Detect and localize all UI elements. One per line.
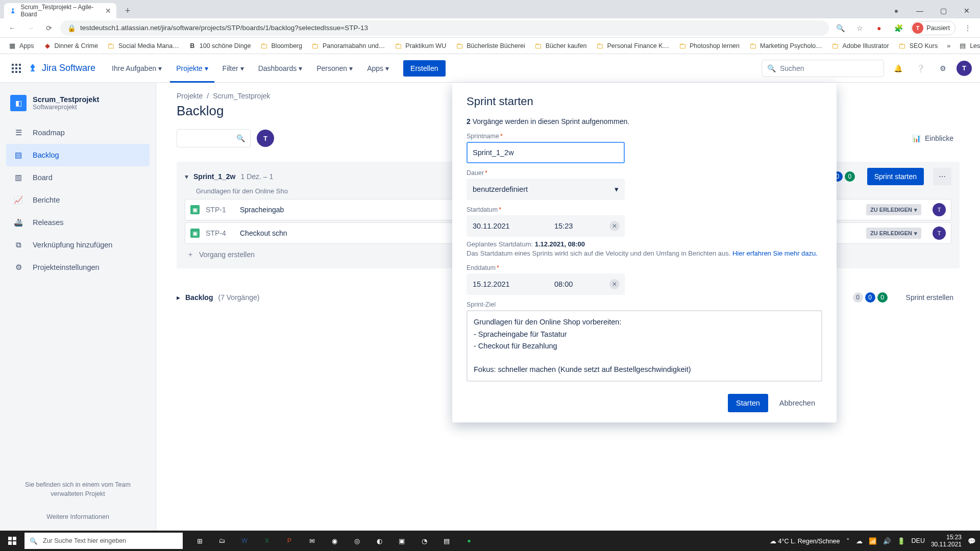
end-date-field[interactable]: ✕ (467, 273, 625, 295)
sidebar-board[interactable]: ▥Board (6, 166, 150, 189)
end-date-input[interactable] (467, 280, 548, 288)
end-time-input[interactable] (548, 280, 599, 288)
bookmark-item[interactable]: 🗀SEO Kurs (895, 42, 941, 50)
more-info-link[interactable]: Weitere Informationen (12, 513, 143, 520)
url-field[interactable]: 🔒 testdeutsch1.atlassian.net/jira/softwa… (60, 20, 829, 36)
app-icon[interactable]: ▣ (391, 531, 412, 551)
start-time-input[interactable] (548, 222, 599, 230)
expand-icon[interactable]: ▸ (177, 293, 180, 302)
bookmark-item[interactable]: 🗀Bloomberg (257, 42, 305, 50)
window-maximize[interactable]: ▢ (932, 3, 954, 18)
sidebar-roadmap[interactable]: ☰Roadmap (6, 121, 150, 144)
new-tab-button[interactable]: + (120, 6, 135, 16)
notepad-icon[interactable]: ▤ (436, 531, 457, 551)
nav-apps[interactable]: Apps▾ (361, 54, 395, 83)
modal-cancel-button[interactable]: Abbrechen (772, 394, 822, 412)
battery-icon[interactable]: 🔋 (897, 537, 905, 545)
global-search[interactable]: 🔍 Suchen (762, 60, 884, 77)
tab-close-icon[interactable]: ✕ (105, 7, 111, 15)
bookmark-item[interactable]: 🗀Marketing Psycholo… (746, 42, 825, 50)
bookmark-item[interactable]: 🗀Photoshop lernen (675, 42, 743, 50)
sidebar-add-link[interactable]: ⧉Verknüpfung hinzufügen (6, 234, 150, 256)
learn-more-link[interactable]: Hier erfahren Sie mehr dazu. (732, 249, 818, 257)
edge-icon[interactable]: ◔ (413, 531, 435, 551)
nav-people[interactable]: Personen▾ (310, 54, 359, 83)
clear-date-icon[interactable]: ✕ (609, 279, 620, 289)
status-pill[interactable]: ZU ERLEDIGEN▾ (866, 204, 921, 215)
jira-logo[interactable]: Jira Software (27, 62, 95, 74)
status-pill[interactable]: ZU ERLEDIGEN▾ (866, 228, 921, 239)
bookmark-item[interactable]: 🗀Bücher kaufen (531, 42, 590, 50)
bookmark-item[interactable]: 🗀Personal Finance K… (593, 42, 672, 50)
window-close[interactable]: ✕ (955, 3, 978, 18)
clear-date-icon[interactable]: ✕ (609, 221, 620, 231)
sprint-goal-textarea[interactable]: Grundlagen für den Online Shop vorbereit… (467, 310, 822, 382)
onedrive-icon[interactable]: ☁ (856, 537, 863, 545)
modal-start-button[interactable]: Starten (728, 394, 768, 412)
zoom-icon[interactable]: 🔍 (833, 21, 847, 35)
spotify-icon[interactable]: ● (458, 531, 480, 551)
start-date-field[interactable]: ✕ (467, 215, 625, 237)
bookmark-item[interactable]: 🗀Bücherliste Bücherei (452, 42, 528, 50)
bookmark-apps[interactable]: ▦Apps (5, 42, 37, 50)
action-center-icon[interactable]: 💬 (968, 537, 976, 545)
bookmark-star-icon[interactable]: ☆ (852, 21, 867, 35)
duration-select[interactable]: benutzerdefiniert ▾ (467, 179, 625, 200)
chrome-icon[interactable]: ◉ (324, 531, 345, 551)
sidebar-releases[interactable]: 🚢Releases (6, 211, 150, 234)
start-date-input[interactable] (467, 222, 548, 230)
bookmark-item[interactable]: B100 schöne Dinge (185, 42, 254, 50)
weather-widget[interactable]: ☁ 4°C L. Regen/Schnee (770, 537, 840, 545)
app-icon[interactable]: ◐ (369, 531, 390, 551)
settings-gear-icon[interactable]: ⚙ (934, 60, 951, 77)
task-view-icon[interactable]: ⊞ (189, 531, 210, 551)
nav-dashboards[interactable]: Dashboards▾ (252, 54, 309, 83)
account-dot-icon[interactable]: ● (885, 3, 908, 18)
bookmark-overflow[interactable]: » (944, 42, 953, 49)
obs-icon[interactable]: ◎ (346, 531, 368, 551)
window-minimize[interactable]: — (909, 3, 931, 18)
bookmark-item[interactable]: 🗀Praktikum WU (391, 42, 449, 50)
wifi-icon[interactable]: 📶 (869, 537, 877, 545)
volume-icon[interactable]: 🔊 (883, 537, 891, 545)
reading-list-button[interactable]: ▤Leseliste (955, 42, 980, 50)
start-sprint-button[interactable]: Sprint starten (867, 168, 924, 185)
powerpoint-icon[interactable]: P (279, 531, 300, 551)
collapse-icon[interactable]: ▾ (185, 172, 188, 181)
bookmark-item[interactable]: 🗀Adobe Illustrator (828, 42, 892, 50)
browser-menu-icon[interactable]: ⋮ (961, 21, 975, 35)
start-button[interactable] (0, 531, 24, 551)
insights-button[interactable]: 📊 Einblicke (906, 129, 960, 147)
assignee-avatar[interactable]: T (933, 227, 946, 240)
language-indicator[interactable]: DEU (912, 537, 925, 544)
nav-back-icon[interactable]: ← (5, 21, 19, 35)
nav-filters[interactable]: Filter▾ (216, 54, 250, 83)
tray-chevron-up-icon[interactable]: ˄ (846, 537, 850, 545)
sidebar-settings[interactable]: ⚙Projekteinstellungen (6, 256, 150, 279)
create-sprint-button[interactable]: Sprint erstellen (900, 289, 960, 306)
notifications-icon[interactable]: 🔔 (889, 60, 906, 77)
extensions-icon[interactable]: 🧩 (891, 21, 905, 35)
taskbar-search[interactable]: 🔍 Zur Suche Text hier eingeben (24, 533, 183, 549)
create-button[interactable]: Erstellen (403, 60, 445, 77)
crumb-projects[interactable]: Projekte (177, 92, 203, 100)
excel-icon[interactable]: X (256, 531, 278, 551)
bookmark-item[interactable]: 🗀Social Media Mana… (104, 42, 182, 50)
profile-pause-pill[interactable]: T Pausiert (911, 21, 955, 35)
sidebar-backlog[interactable]: ▤Backlog (6, 144, 150, 166)
taskbar-clock[interactable]: 15:23 30.11.2021 (931, 534, 962, 548)
project-header[interactable]: ◧ Scrum_Testprojekt Softwareprojekt (6, 93, 150, 121)
mail-icon[interactable]: ✉ (301, 531, 323, 551)
help-icon[interactable]: ❔ (912, 60, 929, 77)
crumb-project[interactable]: Scrum_Testprojek (213, 92, 270, 100)
nav-your-issues[interactable]: Ihre Aufgaben▾ (106, 54, 168, 83)
browser-tab[interactable]: Scrum_Testprojekt – Agile-Board ✕ (4, 3, 116, 18)
nav-reload-icon[interactable]: ⟳ (42, 21, 56, 35)
nav-projects[interactable]: Projekte▾ (170, 54, 214, 83)
sprint-name-input[interactable] (467, 142, 625, 163)
app-switcher-icon[interactable] (8, 60, 24, 77)
bookmark-item[interactable]: 🗀Panoramabahn und… (308, 42, 388, 50)
user-avatar[interactable]: T (957, 61, 972, 76)
sprint-more-button[interactable]: ⋯ (933, 168, 951, 185)
adblock-icon[interactable]: ● (872, 21, 886, 35)
